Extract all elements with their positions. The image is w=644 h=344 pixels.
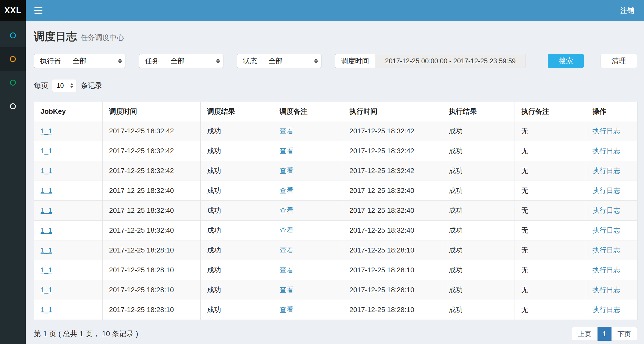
sidebar-item-4[interactable]: [0, 94, 26, 118]
executor-select[interactable]: 全部: [67, 54, 125, 68]
exec-log-link[interactable]: 执行日志: [592, 147, 620, 155]
column-header-2: 调度时间: [103, 102, 201, 121]
trigger-msg-cell: 查看: [273, 280, 343, 300]
hamburger-icon: [34, 13, 42, 14]
handle-time-cell: 2017-12-25 18:28:10: [343, 240, 442, 260]
sidebar-item-1[interactable]: [0, 24, 26, 47]
exec-log-link[interactable]: 执行日志: [592, 186, 620, 195]
handle-msg-cell: 无: [515, 181, 586, 201]
trigger-time-range-input[interactable]: 2017-12-25 00:00:00 - 2017-12-25 23:59:5…: [375, 54, 526, 68]
jobkey-link[interactable]: 1_1: [41, 147, 52, 155]
executor-select-value: 全部: [73, 56, 86, 66]
table-row: 1_1 2017-12-25 18:32:40 成功 查看 2017-12-25…: [34, 201, 638, 221]
handle-msg-cell: 无: [515, 260, 586, 280]
jobkey-link[interactable]: 1_1: [41, 206, 52, 214]
main-content: 调度日志 任务调度中心 执行器 全部 任务 全部 状态 全部: [26, 21, 644, 344]
handle-result-cell: 成功: [442, 280, 515, 300]
trigger-result-cell: 成功: [201, 280, 273, 300]
trigger-msg-link[interactable]: 查看: [280, 286, 294, 294]
trigger-msg-link[interactable]: 查看: [280, 186, 294, 195]
exec-log-link[interactable]: 执行日志: [592, 266, 620, 274]
trigger-result-cell: 成功: [201, 141, 273, 161]
trigger-msg-link[interactable]: 查看: [280, 127, 294, 135]
jobkey-link[interactable]: 1_1: [41, 226, 52, 234]
table-row: 1_1 2017-12-25 18:32:42 成功 查看 2017-12-25…: [34, 141, 638, 161]
page-size-suffix: 条记录: [81, 81, 102, 90]
action-cell: 执行日志: [586, 161, 638, 181]
jobkey-cell: 1_1: [34, 141, 103, 161]
select-stepper-icon: [118, 58, 122, 64]
trigger-time-cell: 2017-12-25 18:32:42: [103, 121, 201, 141]
trigger-msg-cell: 查看: [273, 141, 343, 161]
handle-msg-cell: 无: [515, 201, 586, 221]
column-header-1: JobKey: [34, 102, 103, 121]
top-navbar: XXL 注销: [0, 0, 644, 21]
status-select-value: 全部: [269, 56, 283, 66]
exec-log-link[interactable]: 执行日志: [592, 127, 620, 135]
sidebar-item-2[interactable]: [0, 47, 26, 71]
status-select[interactable]: 全部: [263, 54, 321, 68]
exec-log-link[interactable]: 执行日志: [592, 226, 620, 234]
filter-toolbar: 执行器 全部 任务 全部 状态 全部 调度时间 2017-12-25 00:00…: [34, 54, 637, 68]
column-header-8: 操作: [586, 102, 638, 121]
sidebar-item-3[interactable]: [0, 71, 26, 94]
exec-log-link[interactable]: 执行日志: [592, 286, 620, 294]
action-cell: 执行日志: [586, 280, 638, 300]
handle-result-cell: 成功: [442, 121, 515, 141]
trigger-result-cell: 成功: [201, 201, 273, 221]
handle-result-cell: 成功: [442, 240, 515, 260]
exec-log-link[interactable]: 执行日志: [592, 306, 620, 314]
prev-page-button[interactable]: 上页: [572, 327, 598, 341]
column-header-6: 执行结果: [442, 102, 515, 121]
trigger-msg-link[interactable]: 查看: [280, 246, 294, 254]
jobkey-link[interactable]: 1_1: [41, 286, 52, 294]
current-page-button[interactable]: 1: [598, 327, 612, 341]
jobkey-link[interactable]: 1_1: [41, 186, 52, 195]
search-button[interactable]: 搜索: [548, 54, 584, 68]
jobkey-link[interactable]: 1_1: [41, 266, 52, 274]
handle-time-cell: 2017-12-25 18:32:42: [343, 161, 442, 181]
trigger-msg-link[interactable]: 查看: [280, 206, 294, 214]
trigger-msg-link[interactable]: 查看: [280, 147, 294, 155]
handle-result-cell: 成功: [442, 161, 515, 181]
handle-result-cell: 成功: [442, 260, 515, 280]
handle-time-cell: 2017-12-25 18:28:10: [343, 280, 442, 300]
page-size-select[interactable]: 10: [52, 79, 77, 92]
log-table-head-row: JobKey调度时间调度结果调度备注执行时间执行结果执行备注操作: [34, 102, 638, 121]
handle-result-cell: 成功: [442, 300, 515, 320]
jobkey-link[interactable]: 1_1: [41, 167, 52, 175]
trigger-result-cell: 成功: [201, 260, 273, 280]
page-size-prefix: 每页: [34, 81, 48, 90]
trigger-result-cell: 成功: [201, 161, 273, 181]
jobkey-link[interactable]: 1_1: [41, 246, 52, 254]
exec-log-link[interactable]: 执行日志: [592, 206, 620, 214]
column-header-4: 调度备注: [273, 102, 343, 121]
jobkey-link[interactable]: 1_1: [41, 306, 52, 314]
action-cell: 执行日志: [586, 260, 638, 280]
exec-log-link[interactable]: 执行日志: [592, 167, 620, 175]
logout-link[interactable]: 注销: [620, 6, 634, 15]
trigger-msg-link[interactable]: 查看: [280, 266, 294, 274]
trigger-time-cell: 2017-12-25 18:28:10: [103, 280, 201, 300]
handle-time-cell: 2017-12-25 18:28:10: [343, 260, 442, 280]
clear-button[interactable]: 清理: [600, 54, 637, 68]
next-page-button[interactable]: 下页: [612, 327, 637, 341]
trigger-msg-link[interactable]: 查看: [280, 306, 294, 314]
jobkey-link[interactable]: 1_1: [41, 127, 52, 135]
sidebar-toggle-button[interactable]: [34, 7, 42, 14]
action-cell: 执行日志: [586, 240, 638, 260]
trigger-msg-link[interactable]: 查看: [280, 226, 294, 234]
status-filter-label: 状态: [237, 54, 263, 68]
trigger-msg-cell: 查看: [273, 300, 343, 320]
job-select[interactable]: 全部: [165, 54, 223, 68]
exec-log-link[interactable]: 执行日志: [592, 246, 620, 254]
trigger-msg-link[interactable]: 查看: [280, 167, 294, 175]
app-logo[interactable]: XXL: [0, 0, 26, 21]
page-title: 调度日志: [34, 29, 77, 44]
hamburger-icon: [34, 7, 42, 8]
trigger-time-cell: 2017-12-25 18:32:42: [103, 161, 201, 181]
job-select-value: 全部: [171, 56, 184, 66]
handle-time-cell: 2017-12-25 18:32:42: [343, 141, 442, 161]
trigger-msg-cell: 查看: [273, 240, 343, 260]
column-header-7: 执行备注: [515, 102, 586, 121]
